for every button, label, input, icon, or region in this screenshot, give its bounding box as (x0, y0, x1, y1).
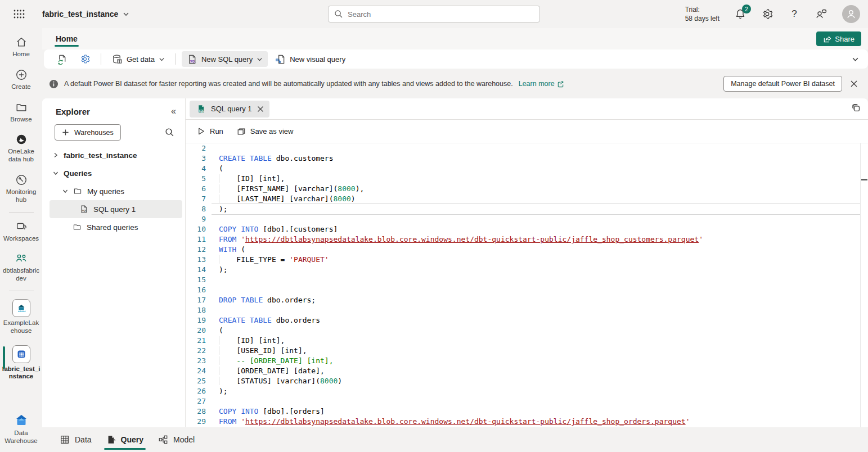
code-line[interactable]: 28COPY INTO [dbo].[orders] (186, 406, 860, 417)
settings-button[interactable] (761, 8, 773, 20)
code-text (212, 275, 860, 285)
tab-query-label: Query (121, 435, 143, 444)
line-number: 16 (186, 285, 212, 295)
line-number: 28 (186, 406, 212, 417)
get-data-label: Get data (127, 55, 155, 64)
tab-model[interactable]: Model (155, 427, 198, 452)
line-number: 23 (186, 356, 212, 366)
nav-onelake-label: OneLake data hub (2, 148, 41, 164)
search-input[interactable] (348, 10, 534, 19)
tree-item-queries[interactable]: Queries (42, 164, 185, 182)
code-line[interactable]: 4( (186, 164, 860, 174)
account-avatar[interactable] (842, 5, 860, 23)
tree-item-my-queries[interactable]: My queries (42, 182, 185, 200)
refresh-script-button[interactable] (52, 51, 73, 67)
save-as-view-button[interactable]: Save as view (231, 123, 299, 140)
run-button[interactable]: Run (191, 123, 229, 140)
code-line[interactable]: 21 [ID] [int], (186, 336, 860, 346)
code-line[interactable]: 24 [ORDER_DATE] [date], (186, 366, 860, 376)
code-line[interactable]: 17DROP TABLE dbo.orders; (186, 295, 860, 305)
tree-item-warehouse[interactable]: fabric_test_instance (42, 146, 185, 164)
nav-item-examplelakehouse[interactable]: ExampleLakehouse (1, 296, 42, 338)
help-button[interactable]: ? (788, 8, 800, 20)
person-icon (846, 9, 856, 19)
code-line[interactable]: 19CREATE TABLE dbo.orders (186, 315, 860, 326)
nav-workspaces[interactable]: Workspaces (1, 217, 42, 246)
nav-fabric-test-instance-label: fabric_test_instance (2, 365, 41, 381)
code-line[interactable]: 10COPY INTO [dbo].[customers] (186, 224, 860, 234)
banner-close-button[interactable] (845, 75, 862, 92)
settings-toolbar-button[interactable] (75, 51, 95, 67)
trial-status[interactable]: Trial: 58 days left (685, 5, 719, 23)
collapse-explorer-icon[interactable]: « (171, 106, 176, 116)
nav-onelake-data-hub[interactable]: OneLake data hub (1, 130, 42, 167)
code-line[interactable]: 16 (186, 285, 860, 295)
code-line[interactable]: 7 [LAST_NAME] [varchar](8000) (186, 194, 860, 204)
get-data-button[interactable]: Get data (107, 51, 170, 67)
tab-sql-query-1[interactable]: SQL SQL query 1 (190, 101, 269, 117)
code-line[interactable]: 14); (186, 265, 860, 275)
code-line[interactable]: 5 [ID] [int], (186, 174, 860, 184)
tab-data[interactable]: Data (56, 427, 95, 452)
default-dataset-banner: A default Power BI dataset for faster re… (49, 79, 723, 89)
code-line[interactable]: 27 (186, 396, 860, 406)
ribbon-collapse-chevron-icon[interactable] (852, 56, 859, 63)
line-number: 25 (186, 376, 212, 386)
nav-workspace-dbtlabsfabricdev[interactable]: dbtlabsfabricdev (1, 249, 42, 286)
editor-overview-ruler[interactable] (860, 143, 868, 427)
code-line[interactable]: 22 [USER_ID] [int], (186, 346, 860, 356)
global-search[interactable] (328, 6, 540, 22)
code-line[interactable]: 9 (186, 214, 860, 224)
feedback-button[interactable] (815, 8, 827, 20)
code-line[interactable]: 29FROM 'https://dbtlabsynapsedatalake.bl… (186, 417, 860, 427)
nav-monitoring-hub[interactable]: Monitoring hub (1, 170, 42, 207)
tree-item-sql-query-1[interactable]: SQL SQL query 1 (50, 200, 182, 218)
code-line[interactable]: 8); (186, 204, 860, 214)
add-warehouses-button[interactable]: Warehouses (55, 124, 121, 141)
tab-query[interactable]: Query (103, 427, 147, 452)
code-line[interactable]: 11FROM 'https://dbtlabsynapsedatalake.bl… (186, 234, 860, 245)
tree-item-shared-queries[interactable]: Shared queries (42, 218, 185, 236)
learn-more-link[interactable]: Learn more (519, 80, 564, 88)
share-button[interactable]: Share (816, 31, 861, 46)
app-launcher-icon[interactable] (10, 4, 29, 24)
nav-data-warehouse-app[interactable]: Data Warehouse (1, 410, 42, 449)
manage-default-dataset-button[interactable]: Manage default Power BI dataset (723, 76, 842, 92)
close-tab-icon[interactable] (257, 106, 264, 112)
nav-create[interactable]: Create (1, 65, 42, 94)
nav-browse[interactable]: Browse (1, 98, 42, 127)
svg-text:SQL: SQL (199, 110, 204, 112)
explorer-search-button[interactable] (163, 126, 176, 139)
copy-query-button[interactable] (851, 103, 861, 115)
new-visual-query-button[interactable]: New visual query (270, 51, 350, 67)
toolbar-divider (101, 53, 101, 65)
code-line[interactable]: 26); (186, 386, 860, 396)
code-line[interactable]: 20( (186, 326, 860, 336)
code-line[interactable]: 15 (186, 275, 860, 285)
code-line[interactable]: 12WITH ( (186, 245, 860, 255)
line-number: 20 (186, 326, 212, 336)
line-number: 24 (186, 366, 212, 376)
new-sql-query-button[interactable]: SQL New SQL query (182, 51, 268, 67)
workspace-name: fabric_test_instance (42, 10, 118, 19)
folder-icon (73, 187, 82, 196)
code-line[interactable]: 6 [FIRST_NAME] [varchar](8000), (186, 184, 860, 194)
learn-more-label: Learn more (519, 80, 555, 88)
code-line[interactable]: 2 (186, 143, 860, 153)
trial-label: Trial: (685, 5, 719, 14)
code-line[interactable]: 13 FILE_TYPE = 'PARQUET' (186, 255, 860, 265)
nav-item-fabric-test-instance[interactable]: fabric_test_instance (1, 342, 42, 385)
code-line[interactable]: 25 [STATUS] [varchar](8000) (186, 376, 860, 386)
plus-icon (62, 129, 69, 136)
code-line[interactable]: 3CREATE TABLE dbo.customers (186, 153, 860, 164)
code-line[interactable]: 18 (186, 305, 860, 315)
banner-zone: A default Power BI dataset for faster re… (42, 69, 868, 98)
code-line[interactable]: 23 -- [ORDER_DATE] [int], (186, 356, 860, 366)
ribbon-tab-home[interactable]: Home (55, 31, 79, 47)
code-text: FILE_TYPE = 'PARQUET' (212, 255, 860, 265)
line-number: 29 (186, 417, 212, 427)
notifications-button[interactable]: 2 (734, 8, 746, 20)
sql-code-editor[interactable]: 23CREATE TABLE dbo.customers4(5 [ID] [in… (186, 143, 868, 427)
nav-home[interactable]: Home (1, 33, 42, 62)
workspace-switcher[interactable]: fabric_test_instance (42, 10, 129, 19)
